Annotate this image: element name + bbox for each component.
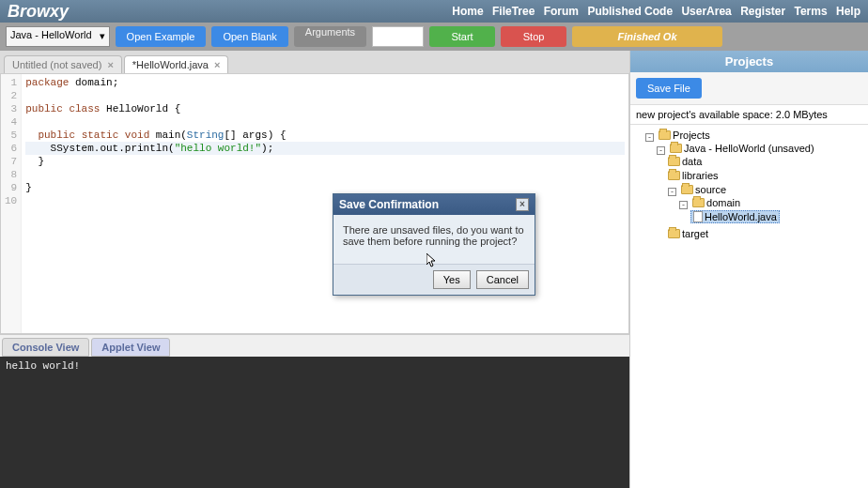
tree-project[interactable]: Java - HelloWorld (unsaved) [670, 143, 814, 154]
tab-applet-view[interactable]: Applet View [91, 338, 170, 357]
save-file-button[interactable]: Save File [636, 78, 702, 99]
console-output[interactable]: hello world! [0, 357, 629, 488]
file-icon [693, 211, 703, 222]
close-icon[interactable]: × [214, 59, 220, 70]
folder-icon [668, 171, 680, 180]
tree-file-helloworld[interactable]: HelloWorld.java [690, 210, 780, 223]
tree-libraries[interactable]: libraries [668, 170, 719, 181]
start-button[interactable]: Start [429, 26, 495, 47]
nav-userarea[interactable]: UserArea [681, 5, 731, 18]
console-line: hello world! [6, 360, 624, 372]
folder-icon [681, 185, 693, 194]
tree-target[interactable]: target [668, 228, 708, 239]
nav-help[interactable]: Help [836, 5, 860, 18]
folder-icon [668, 229, 680, 238]
close-icon[interactable]: × [516, 198, 529, 211]
tab-console-view[interactable]: Console View [2, 338, 89, 357]
dialog-title: Save Confirmation [339, 198, 439, 211]
dialog-message: There are unsaved files, do you want to … [333, 215, 535, 264]
project-select-value: Java - HelloWorld [10, 29, 92, 40]
open-blank-button[interactable]: Open Blank [211, 26, 287, 47]
tree-data[interactable]: data [668, 156, 702, 167]
tree-toggle-icon[interactable]: - [657, 146, 665, 155]
tree-toggle-icon[interactable]: - [668, 188, 676, 196]
close-icon[interactable]: × [107, 59, 113, 70]
arguments-label: Arguments [294, 26, 366, 47]
tree-domain[interactable]: domain [692, 197, 740, 208]
projects-tree[interactable]: - Projects - Java - HelloWorld (unsaved) [630, 125, 868, 488]
open-example-button[interactable]: Open Example [116, 26, 207, 47]
brand-logo: Browxy [8, 2, 69, 22]
toolbar: Java - HelloWorld ▾ Open Example Open Bl… [0, 23, 868, 51]
chevron-down-icon: ▾ [100, 30, 105, 42]
status-button[interactable]: Finished Ok [572, 26, 722, 47]
projects-header: Projects [630, 51, 868, 72]
tree-toggle-icon[interactable]: - [679, 201, 688, 209]
console-tabs: Console View Applet View [0, 334, 629, 357]
folder-icon [668, 157, 680, 166]
nav-register[interactable]: Register [740, 5, 785, 18]
tab-helloworld[interactable]: *HelloWorld.java × [124, 55, 229, 73]
line-gutter: 1 2 3 4 5 6 7 8 9 10 [1, 74, 22, 333]
cancel-button[interactable]: Cancel [476, 270, 529, 289]
top-nav: Home FileTree Forum Published Code UserA… [446, 5, 860, 18]
tree-root[interactable]: Projects [659, 130, 710, 141]
dialog-footer: Yes Cancel [333, 264, 535, 295]
top-header: Browxy Home FileTree Forum Published Cod… [0, 0, 868, 23]
projects-toolbar: Save File [630, 72, 868, 104]
code-body[interactable]: package domain; public class HelloWorld … [22, 74, 628, 333]
editor-tabs: Untitled (not saved) × *HelloWorld.java … [0, 51, 629, 73]
folder-icon [692, 198, 705, 207]
tab-label: *HelloWorld.java [132, 59, 209, 70]
tree-toggle-icon[interactable]: - [645, 133, 654, 142]
nav-published-code[interactable]: Published Code [587, 5, 673, 18]
dialog-titlebar[interactable]: Save Confirmation × [333, 194, 535, 215]
tab-untitled[interactable]: Untitled (not saved) × [4, 55, 122, 73]
nav-filetree[interactable]: FileTree [492, 5, 535, 18]
folder-icon [670, 144, 682, 153]
projects-space-info: new project's available space: 2.0 MByte… [630, 104, 868, 125]
nav-terms[interactable]: Terms [795, 5, 828, 18]
tree-source[interactable]: source [681, 184, 726, 195]
stop-button[interactable]: Stop [501, 26, 566, 47]
nav-home[interactable]: Home [452, 5, 483, 18]
yes-button[interactable]: Yes [433, 270, 471, 289]
folder-icon [659, 130, 671, 140]
save-confirmation-dialog: Save Confirmation × There are unsaved fi… [333, 193, 535, 296]
tab-label: Untitled (not saved) [12, 59, 101, 70]
arguments-input[interactable] [372, 26, 424, 47]
project-select[interactable]: Java - HelloWorld ▾ [6, 26, 110, 47]
nav-forum[interactable]: Forum [544, 5, 579, 18]
